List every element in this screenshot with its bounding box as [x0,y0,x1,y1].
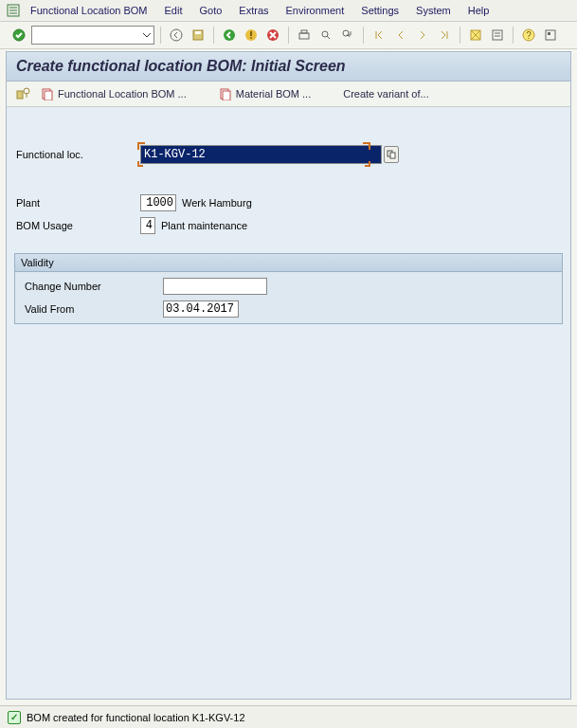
menu-extras[interactable]: Extras [231,3,276,18]
svg-point-2 [171,29,182,41]
help-icon[interactable]: ? [519,26,538,45]
bom-usage-desc: Plant maintenance [161,220,247,231]
back-green-icon[interactable] [220,26,239,45]
bom-usage-input[interactable] [140,217,155,234]
success-icon: ✓ [8,711,21,724]
menu-help[interactable]: Help [460,3,497,18]
svg-point-7 [250,37,252,39]
functional-loc-label: Functional loc. [12,149,140,160]
window-menu-icon[interactable] [6,3,21,18]
svg-text:?: ? [526,30,532,41]
prev-page-icon[interactable] [391,26,410,45]
print-icon[interactable] [295,26,314,45]
svg-point-5 [224,29,235,41]
functional-loc-input[interactable] [140,145,382,164]
change-number-input[interactable] [163,278,267,295]
form-area: Functional loc. Plant Werk Hamburg BOM U… [7,107,570,334]
menu-environment[interactable]: Environment [279,3,352,18]
menu-system[interactable]: System [408,3,459,18]
app-toolbar: Functional Location BOM ... Material BOM… [7,82,570,107]
find-icon[interactable] [316,26,335,45]
new-session-icon[interactable] [466,26,485,45]
search-help-icon[interactable] [384,146,399,163]
enter-icon[interactable] [9,26,28,45]
find-next-icon[interactable] [338,26,357,45]
customize-layout-icon[interactable] [541,26,560,45]
title-band: Create functional location BOM: Initial … [7,52,570,82]
cancel-icon[interactable] [263,26,282,45]
plant-label: Plant [12,197,140,209]
bom-usage-label: BOM Usage [12,220,140,231]
validity-title: Validity [15,254,562,272]
standard-toolbar: ? [0,22,577,49]
menu-edit[interactable]: Edit [157,3,190,18]
shortcut-icon[interactable] [488,26,507,45]
last-page-icon[interactable] [435,26,454,45]
svg-rect-26 [390,153,395,158]
menu-bar: Functional Location BOM Edit Goto Extras… [0,0,577,22]
svg-rect-19 [17,91,23,99]
plant-desc: Werk Hamburg [182,197,252,209]
exit-icon[interactable] [242,26,261,45]
svg-rect-9 [299,33,309,39]
content-area: Create functional location BOM: Initial … [6,51,571,700]
menu-func-loc-bom[interactable]: Functional Location BOM [23,3,155,18]
svg-rect-18 [548,32,550,35]
plant-input[interactable] [140,194,176,211]
next-page-icon[interactable] [413,26,432,45]
menu-settings[interactable]: Settings [353,3,406,18]
save-icon[interactable] [189,26,207,45]
funcloc-bom-button[interactable]: Functional Location BOM ... [41,87,187,100]
page-title: Create functional location BOM: Initial … [16,58,346,74]
svg-rect-24 [223,91,230,100]
svg-rect-14 [493,30,502,40]
material-bom-button[interactable]: Material BOM ... [219,87,311,100]
status-bar: ✓ BOM created for functional location K1… [0,705,577,728]
svg-rect-10 [301,30,307,33]
svg-rect-22 [45,91,52,100]
svg-rect-4 [195,31,201,34]
valid-from-label: Valid From [21,303,163,315]
change-number-label: Change Number [21,281,163,292]
create-variant-button[interactable]: Create variant of... [343,88,429,100]
first-page-icon[interactable] [370,26,388,45]
back-icon[interactable] [167,26,186,45]
validity-group: Validity Change Number Valid From [14,253,563,324]
menu-goto[interactable]: Goto [191,3,229,18]
command-field[interactable] [31,26,154,45]
status-message: BOM created for functional location K1-K… [27,712,245,723]
header-icon[interactable] [16,87,31,100]
valid-from-input[interactable] [163,300,239,318]
